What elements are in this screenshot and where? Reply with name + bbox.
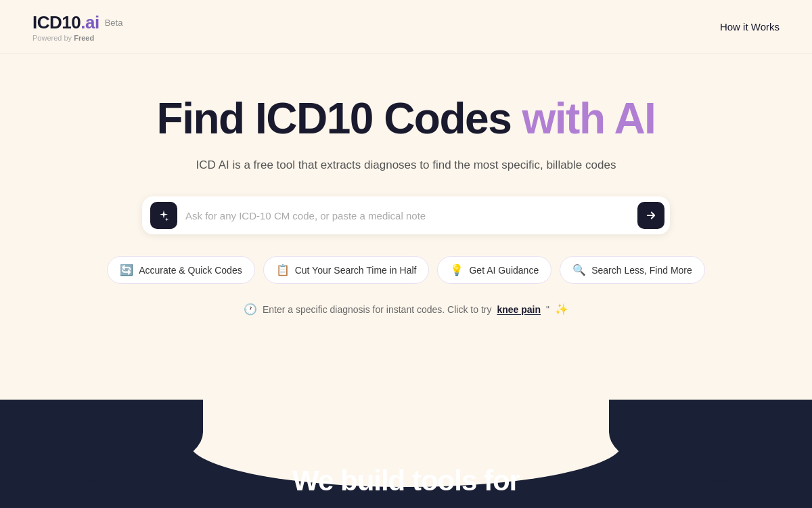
arrow-right-icon bbox=[645, 209, 657, 221]
pill-accurate[interactable]: 🔄 Accurate & Quick Codes bbox=[107, 256, 255, 284]
bottom-dark-section: We build tools for bbox=[0, 400, 812, 508]
blob-right bbox=[609, 400, 812, 481]
hint-quote-close: " bbox=[546, 304, 549, 315]
hint-knee-pain-link[interactable]: knee pain bbox=[497, 304, 541, 315]
bottom-section-text: We build tools for bbox=[292, 465, 520, 497]
hero-section: Find ICD10 Codes with AI ICD AI is a fre… bbox=[0, 54, 812, 400]
hero-subtitle: ICD AI is a free tool that extracts diag… bbox=[196, 158, 616, 172]
search-bar bbox=[142, 196, 670, 234]
search-submit-button[interactable] bbox=[637, 202, 664, 229]
ai-icon-box bbox=[150, 202, 177, 229]
logo-text: ICD10.ai bbox=[32, 12, 99, 33]
pill-ai-guidance[interactable]: 💡 Get AI Guidance bbox=[437, 256, 551, 284]
blob-left bbox=[0, 400, 203, 481]
logo-main: ICD10.ai Beta bbox=[32, 12, 122, 33]
hint-line: 🕐 Enter a specific diagnosis for instant… bbox=[244, 303, 568, 316]
site-header: ICD10.ai Beta Powered by Freed How it Wo… bbox=[0, 0, 812, 54]
pill-search-less[interactable]: 🔍 Search Less, Find More bbox=[560, 256, 705, 284]
pill-label-search-less: Search Less, Find More bbox=[591, 265, 692, 276]
logo-beta-label: Beta bbox=[105, 18, 123, 28]
hint-text: Enter a specific diagnosis for instant c… bbox=[263, 304, 491, 315]
how-it-works-link[interactable]: How it Works bbox=[720, 21, 780, 33]
hero-title-highlight: with AI bbox=[522, 94, 656, 143]
feature-pills-row: 🔄 Accurate & Quick Codes 📋 Cut Your Sear… bbox=[107, 256, 705, 284]
pill-icon-search-less: 🔍 bbox=[572, 263, 586, 276]
logo-area: ICD10.ai Beta Powered by Freed bbox=[32, 12, 122, 42]
logo-powered-by: Powered by Freed bbox=[32, 34, 122, 42]
main-nav: How it Works bbox=[720, 21, 780, 33]
pill-icon-guidance: 💡 bbox=[450, 263, 464, 276]
hero-title-part1: Find ICD10 Codes bbox=[157, 94, 512, 143]
logo-freed: Freed bbox=[74, 34, 94, 42]
hint-clock-icon: 🕐 bbox=[244, 303, 257, 316]
sparkle-icon: ✨ bbox=[555, 303, 568, 316]
pill-icon-accurate: 🔄 bbox=[120, 263, 133, 276]
hero-title: Find ICD10 Codes with AI bbox=[157, 95, 656, 142]
pill-icon-search-time: 📋 bbox=[276, 263, 290, 276]
pill-label-accurate: Accurate & Quick Codes bbox=[139, 265, 242, 276]
search-input[interactable] bbox=[185, 210, 637, 221]
pill-label-search-time: Cut Your Search Time in Half bbox=[295, 265, 417, 276]
logo-ai-suffix: .ai bbox=[81, 12, 99, 33]
pill-search-time[interactable]: 📋 Cut Your Search Time in Half bbox=[263, 256, 430, 284]
ai-sparkle-icon bbox=[158, 209, 170, 221]
pill-label-guidance: Get AI Guidance bbox=[469, 265, 539, 276]
